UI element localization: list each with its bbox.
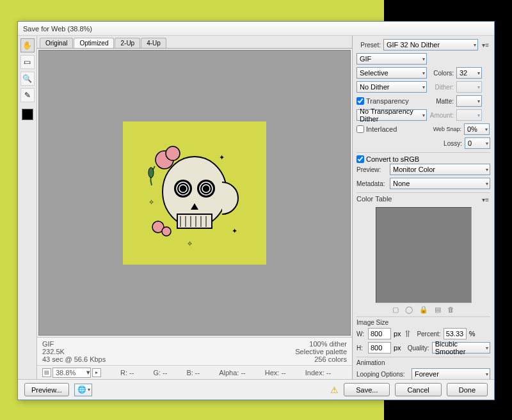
info-palette: Selective palette xyxy=(295,348,347,355)
format-dropdown[interactable]: GIF xyxy=(356,53,427,65)
color-swatch[interactable] xyxy=(22,109,33,120)
preset-menu-icon[interactable]: ▾≡ xyxy=(481,40,490,50)
readout-hex: Hex: -- xyxy=(265,369,286,377)
metadata-dropdown[interactable]: None xyxy=(390,178,490,189)
done-button[interactable]: Done xyxy=(447,383,488,396)
interlaced-checkbox[interactable]: Interlaced xyxy=(356,125,427,133)
w-unit: px xyxy=(394,330,401,338)
convert-srgb-checkbox[interactable]: Convert to sRGB xyxy=(356,155,490,163)
quality-dropdown[interactable]: Bicubic Smoother xyxy=(432,342,490,354)
preset-dropdown[interactable]: GIF 32 No Dither xyxy=(383,39,478,51)
metadata-label: Metadata: xyxy=(356,180,387,187)
zoom-select[interactable]: 38.8%▾ xyxy=(52,368,91,378)
trans-dither-dropdown[interactable]: No Transparency Dither xyxy=(356,109,427,121)
percent-input[interactable]: 53.33 xyxy=(444,328,467,339)
websnap-dropdown[interactable]: 0% xyxy=(464,123,490,135)
color-table-menu-icon[interactable]: ▾≡ xyxy=(481,195,490,205)
artwork-preview: ✦ ✧ ✦ ✧ xyxy=(123,121,266,265)
svg-text:✧: ✧ xyxy=(148,198,154,206)
width-input[interactable]: 800 xyxy=(368,328,391,339)
preview-button[interactable]: Preview... xyxy=(24,383,69,396)
info-time: 43 sec @ 56.6 Kbps xyxy=(42,355,106,363)
settings-panel: Preset: GIF 32 No Dither ▾≡ GIF Selectiv… xyxy=(352,36,494,379)
titlebar[interactable]: Save for Web (38.8%) xyxy=(18,22,494,36)
readout-b: B: -- xyxy=(186,369,200,377)
info-colors: 256 colors xyxy=(295,355,347,363)
warning-icon: ⚠ xyxy=(330,385,339,395)
matte-label: Matte: xyxy=(429,98,454,105)
readout-index: Index: -- xyxy=(305,369,331,377)
info-size: 232.5K xyxy=(42,348,106,355)
matte-dropdown[interactable] xyxy=(456,95,482,107)
ct-icon-1[interactable]: ▢ xyxy=(392,306,399,314)
zoom-readout-bar: ▤ 38.8%▾ ▸ R: -- G: -- B: -- Alpha: -- H… xyxy=(37,365,352,379)
svg-text:✦: ✦ xyxy=(219,153,225,161)
h-unit: px xyxy=(394,344,401,352)
h-label: H: xyxy=(356,345,365,352)
info-format: GIF xyxy=(42,340,106,348)
color-table-header: Color Table xyxy=(356,195,392,205)
lossy-dropdown[interactable]: 0 xyxy=(465,137,490,149)
zoom-tool-icon[interactable]: 🔍 xyxy=(20,72,35,86)
svg-text:✧: ✧ xyxy=(187,240,193,247)
readout-alpha: Alpha: -- xyxy=(219,369,246,377)
ct-new-icon[interactable]: ▤ xyxy=(435,306,441,314)
eyedropper-tool-icon[interactable]: ✎ xyxy=(20,88,35,102)
dither-label: Dither: xyxy=(429,84,454,91)
svg-point-17 xyxy=(166,146,180,160)
tab-2up[interactable]: 2-Up xyxy=(115,38,140,48)
tab-4up[interactable]: 4-Up xyxy=(141,38,166,48)
canvas[interactable]: ✦ ✧ ✦ ✧ xyxy=(38,50,351,336)
lossy-label: Lossy: xyxy=(438,140,462,147)
link-icon[interactable]: ⥣ xyxy=(404,329,412,339)
quality-label: Quality: xyxy=(404,345,429,352)
preset-label: Preset: xyxy=(356,42,381,49)
view-tabs: Original Optimized 2-Up 4-Up xyxy=(37,36,352,49)
ct-icon-2[interactable]: ◯ xyxy=(405,306,413,314)
info-bar: GIF 232.5K 43 sec @ 56.6 Kbps 100% dithe… xyxy=(37,337,352,365)
tool-palette: ✋ ▭ 🔍 ✎ xyxy=(18,36,37,379)
skull-image: ✦ ✧ ✦ ✧ xyxy=(123,121,266,265)
colors-label: Colors: xyxy=(429,70,454,77)
cancel-button[interactable]: Cancel xyxy=(395,383,441,396)
ct-lock-icon[interactable]: 🔒 xyxy=(419,306,428,314)
hand-tool-icon[interactable]: ✋ xyxy=(20,38,35,52)
tab-original[interactable]: Original xyxy=(40,38,73,48)
browser-preview-dropdown[interactable]: 🌐 xyxy=(74,384,92,396)
slice-tool-icon[interactable]: ▭ xyxy=(20,55,35,69)
svg-rect-2 xyxy=(177,214,212,228)
dither-algo-dropdown[interactable]: No Dither xyxy=(356,81,427,93)
preview-dropdown[interactable]: Monitor Color xyxy=(390,164,490,175)
readout-g: G: -- xyxy=(153,369,167,377)
color-table[interactable] xyxy=(376,207,472,303)
transparency-checkbox[interactable]: Transparency xyxy=(356,97,427,105)
dither-amount-dropdown xyxy=(456,81,482,93)
amount-label: Amount: xyxy=(429,112,454,119)
w-label: W: xyxy=(356,331,365,338)
percent-unit: % xyxy=(469,330,476,338)
preview-label: Preview: xyxy=(356,166,387,173)
animation-header: Animation xyxy=(356,357,490,366)
ct-trash-icon[interactable]: 🗑 xyxy=(447,306,454,314)
info-dither: 100% dither xyxy=(295,340,347,348)
colors-dropdown[interactable]: 32 xyxy=(456,67,482,79)
color-table-icon-row: ▢ ◯ 🔒 ▤ 🗑 xyxy=(356,306,490,314)
window-title: Save for Web (38.8%) xyxy=(23,25,92,33)
height-input[interactable]: 800 xyxy=(368,342,391,354)
save-button[interactable]: Save... xyxy=(344,383,390,396)
websnap-label: Web Snap: xyxy=(429,126,461,132)
tab-optimized[interactable]: Optimized xyxy=(74,38,114,48)
zoom-plus-icon[interactable]: ▸ xyxy=(92,368,101,377)
reduction-dropdown[interactable]: Selective xyxy=(356,67,427,79)
image-size-header: Image Size xyxy=(356,316,490,326)
svg-point-20 xyxy=(148,167,154,178)
percent-label: Percent: xyxy=(414,331,441,338)
preview-pane: Original Optimized 2-Up 4-Up xyxy=(37,36,352,379)
save-for-web-dialog: Save for Web (38.8%) ✋ ▭ 🔍 ✎ Original Op… xyxy=(17,21,495,400)
amount-dropdown xyxy=(456,109,482,121)
looping-dropdown[interactable]: Forever xyxy=(412,368,490,379)
svg-text:✦: ✦ xyxy=(232,227,237,235)
zoom-minus-icon[interactable]: ▤ xyxy=(42,368,51,377)
dialog-footer: Preview... 🌐 ⚠ Save... Cancel Done xyxy=(18,379,494,400)
svg-point-19 xyxy=(162,227,171,236)
